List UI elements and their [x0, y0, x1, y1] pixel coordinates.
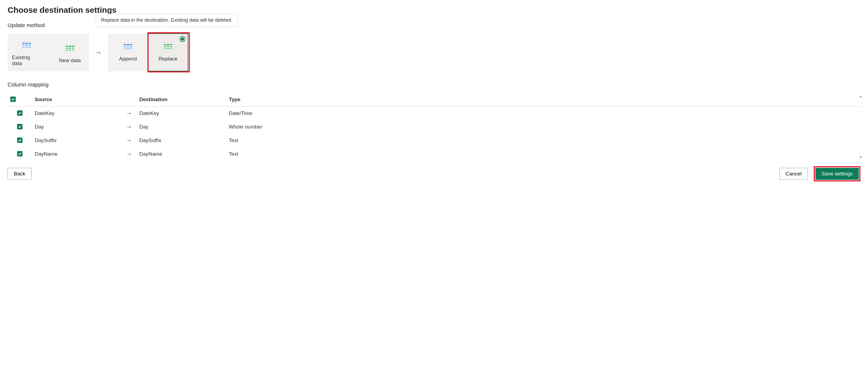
highlight-box: Save settings	[814, 166, 860, 181]
existing-data-label: Existing data	[12, 55, 41, 66]
replace-tooltip-text: Replace data in the destination. Existin…	[101, 18, 232, 23]
header-type: Type	[226, 93, 860, 106]
table-icon	[163, 43, 174, 51]
table-row: Day→DayWhole number	[8, 120, 860, 134]
source-cell: DayName	[32, 147, 121, 161]
scrollbar[interactable]: ▲ ▼	[859, 93, 862, 161]
arrow-right-icon: →	[126, 137, 132, 144]
destination-cell: DateKey	[136, 106, 226, 120]
select-all-checkbox[interactable]	[10, 96, 16, 102]
source-cell: DaySuffix	[32, 134, 121, 147]
row-checkbox[interactable]	[17, 151, 23, 156]
arrow-right-icon: →	[126, 110, 132, 117]
replace-label: Replace	[159, 56, 178, 62]
column-mapping-section: Source Destination Type DateKey→DateKeyD…	[8, 93, 860, 161]
scroll-up-icon[interactable]: ▲	[859, 94, 862, 98]
arrow-right-icon: →	[126, 123, 132, 130]
replace-tooltip: Replace data in the destination. Existin…	[96, 14, 238, 27]
arrow-right-icon: →	[126, 151, 132, 157]
new-data-label: New data	[59, 58, 81, 63]
table-row: DateKey→DateKeyDate/Time	[8, 106, 860, 120]
append-label: Append	[119, 56, 137, 62]
row-checkbox[interactable]	[17, 124, 23, 129]
arrow-right-icon: →	[95, 48, 102, 57]
table-icon	[64, 44, 75, 52]
header-destination: Destination	[136, 93, 226, 106]
page-title: Choose destination settings	[8, 5, 860, 14]
method-options: Append Replace	[108, 33, 188, 71]
existing-data-tile: Existing data	[12, 40, 41, 68]
scroll-down-icon[interactable]: ▼	[859, 155, 862, 159]
append-option[interactable]: Append	[108, 33, 148, 71]
type-cell: Text	[226, 134, 860, 147]
type-cell: Text	[226, 147, 860, 161]
cancel-button[interactable]: Cancel	[779, 168, 808, 180]
footer: Back Cancel Save settings	[8, 166, 860, 181]
table-row: DaySuffix→DaySuffixText	[8, 134, 860, 147]
data-preview-group: Existing data New data	[8, 33, 89, 71]
mapping-table: Source Destination Type DateKey→DateKeyD…	[8, 93, 860, 161]
new-data-tile: New data	[55, 43, 85, 65]
update-method-row: Replace data in the destination. Existin…	[8, 33, 860, 71]
row-checkbox[interactable]	[17, 111, 23, 116]
replace-option[interactable]: Replace	[148, 33, 188, 71]
radio-selected-icon	[180, 36, 185, 42]
table-row: DayName→DayNameText	[8, 147, 860, 161]
destination-cell: DaySuffix	[136, 134, 226, 147]
row-checkbox[interactable]	[17, 137, 23, 143]
column-mapping-label: Column mapping	[8, 82, 860, 88]
destination-cell: DayName	[136, 147, 226, 161]
type-cell: Date/Time	[226, 106, 860, 120]
table-icon	[123, 43, 133, 51]
table-icon	[21, 41, 32, 49]
source-cell: DateKey	[32, 106, 121, 120]
header-source: Source	[32, 93, 121, 106]
destination-cell: Day	[136, 120, 226, 134]
type-cell: Whole number	[226, 120, 860, 134]
save-settings-button[interactable]: Save settings	[815, 168, 859, 180]
back-button[interactable]: Back	[8, 168, 31, 180]
source-cell: Day	[32, 120, 121, 134]
